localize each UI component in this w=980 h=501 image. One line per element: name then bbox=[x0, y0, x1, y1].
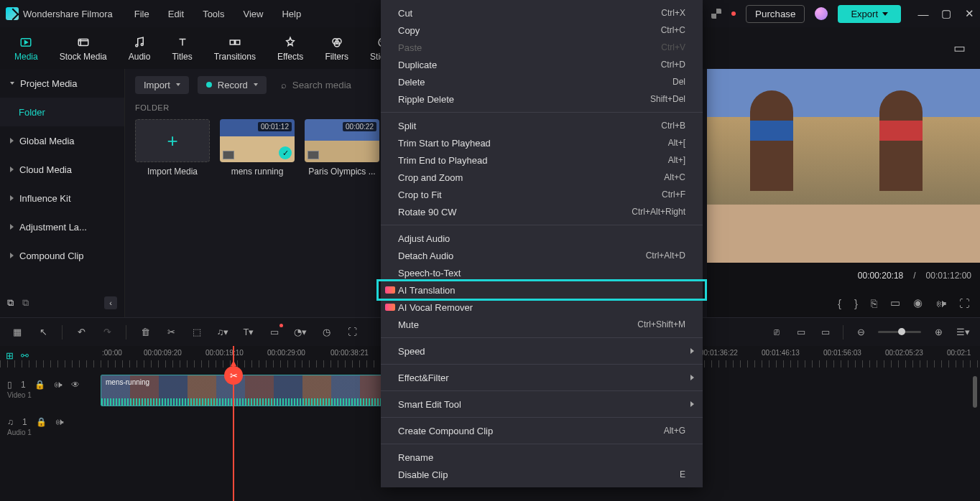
sidebar-item-cloud-media[interactable]: Cloud Media bbox=[0, 155, 124, 184]
avatar[interactable] bbox=[815, 7, 828, 20]
preview-viewport[interactable] bbox=[707, 69, 980, 263]
audio-track-icon[interactable]: ♫ bbox=[7, 417, 14, 427]
context-item-duplicate[interactable]: DuplicateCtrl+D bbox=[381, 56, 703, 73]
tab-titles[interactable]: Titles bbox=[172, 34, 192, 62]
marker-tool-icon[interactable]: ▭ bbox=[794, 325, 808, 340]
tab-audio[interactable]: Audio bbox=[129, 34, 151, 62]
menu-help[interactable]: Help bbox=[282, 9, 301, 19]
display-icon[interactable]: ▭ bbox=[890, 296, 900, 309]
sidebar-item-global-media[interactable]: Global Media bbox=[0, 126, 124, 155]
scrollbar[interactable] bbox=[973, 376, 977, 408]
speed-icon[interactable]: ◔▾ bbox=[293, 325, 308, 340]
split-icon[interactable]: ✂ bbox=[164, 325, 178, 340]
context-item-speed[interactable]: Speed bbox=[381, 342, 703, 360]
tab-effects[interactable]: Effects bbox=[277, 34, 303, 62]
video-track-icon[interactable]: ▯ bbox=[7, 380, 12, 390]
time-mark: 00:02:05:23 bbox=[885, 349, 923, 357]
close-button[interactable]: ✕ bbox=[964, 9, 974, 19]
context-item-detach-audio[interactable]: Detach AudioCtrl+Alt+D bbox=[381, 247, 703, 264]
layout-icon[interactable]: ☰▾ bbox=[956, 325, 970, 340]
context-item-adjust-audio[interactable]: Adjust Audio bbox=[381, 230, 703, 247]
media-clip-paris-olympics[interactable]: 00:00:22 Paris Olympics ... bbox=[305, 119, 379, 177]
menu-tools[interactable]: Tools bbox=[203, 9, 224, 19]
timer-icon[interactable]: ◷ bbox=[319, 325, 333, 340]
crop-icon[interactable]: ⬚ bbox=[190, 325, 204, 340]
tab-filters[interactable]: Filters bbox=[325, 34, 348, 62]
zoom-slider[interactable] bbox=[878, 331, 921, 333]
import-dropdown[interactable]: Import bbox=[135, 76, 189, 94]
record-dropdown[interactable]: Record bbox=[198, 76, 267, 94]
tab-stock-media[interactable]: Stock Media bbox=[60, 34, 107, 62]
marker-icon[interactable]: ⎘ bbox=[871, 297, 877, 309]
context-item-smart-edit-tool[interactable]: Smart Edit Tool bbox=[381, 395, 703, 413]
context-item-cut[interactable]: CutCtrl+X bbox=[381, 4, 703, 22]
context-item-speech-to-text[interactable]: Speech-to-Text bbox=[381, 264, 703, 281]
fullscreen-icon[interactable]: ⛶ bbox=[959, 297, 970, 309]
context-item-ai-vocal-remover[interactable]: AI Vocal Remover bbox=[381, 299, 703, 316]
export-label: Export bbox=[851, 9, 878, 19]
sidebar-item-folder[interactable]: Folder bbox=[0, 98, 124, 126]
visibility-icon[interactable]: 👁 bbox=[71, 380, 80, 390]
lock-icon[interactable]: 🔒 bbox=[34, 380, 45, 390]
redo-icon[interactable]: ↷ bbox=[100, 325, 114, 340]
purchase-button[interactable]: Purchase bbox=[746, 5, 805, 23]
context-item-delete[interactable]: DeleteDel bbox=[381, 73, 703, 90]
maximize-button[interactable]: ▢ bbox=[941, 9, 951, 19]
collapse-sidebar-button[interactable]: ‹ bbox=[104, 296, 117, 309]
menu-file[interactable]: File bbox=[134, 9, 149, 19]
context-item-trim-end-to-playhead[interactable]: Trim End to PlayheadAlt+] bbox=[381, 151, 703, 169]
lock-icon[interactable]: 🔒 bbox=[36, 417, 47, 427]
mixer-icon[interactable]: ⎚ bbox=[769, 325, 784, 340]
pointer-icon[interactable]: ↖ bbox=[36, 325, 50, 340]
export-button[interactable]: Export bbox=[838, 5, 901, 23]
undo-icon[interactable]: ↶ bbox=[74, 325, 88, 340]
context-item-disable-clip[interactable]: Disable ClipE bbox=[381, 466, 703, 483]
titles-icon bbox=[175, 34, 190, 50]
menu-view[interactable]: View bbox=[243, 9, 263, 19]
context-item-rotate-90-cw[interactable]: Rotate 90 CWCtrl+Alt+Right bbox=[381, 203, 703, 220]
snapshot-icon[interactable]: ◉ bbox=[913, 296, 923, 309]
context-item-crop-and-zoom[interactable]: Crop and ZoomAlt+C bbox=[381, 169, 703, 186]
bracket-open-icon[interactable]: { bbox=[838, 297, 841, 309]
context-item-ai-translation[interactable]: AI Translation bbox=[381, 281, 703, 299]
context-item-trim-start-to-playhead[interactable]: Trim Start to PlayheadAlt+[ bbox=[381, 134, 703, 151]
context-item-copy[interactable]: CopyCtrl+C bbox=[381, 22, 703, 39]
expand-icon[interactable]: ⛶ bbox=[345, 325, 359, 340]
context-item-rename[interactable]: Rename bbox=[381, 449, 703, 466]
sidebar-item-compound-clip[interactable]: Compound Clip bbox=[0, 241, 124, 270]
record-tool-icon[interactable]: ▭ bbox=[267, 325, 282, 340]
context-item-effect-filter[interactable]: Effect&Filter bbox=[381, 369, 703, 386]
sidebar-item-adjustment-layer[interactable]: Adjustment La... bbox=[0, 212, 124, 241]
tab-transitions[interactable]: Transitions bbox=[214, 34, 256, 62]
caption-icon[interactable]: ▭ bbox=[818, 325, 833, 340]
context-item-crop-to-fit[interactable]: Crop to FitCtrl+F bbox=[381, 186, 703, 203]
media-clip-mens-running[interactable]: 00:01:12 ✓ mens running bbox=[220, 119, 295, 177]
menu-edit[interactable]: Edit bbox=[168, 9, 184, 19]
guides-icon[interactable]: ▦ bbox=[10, 325, 24, 340]
playhead[interactable]: ✂ bbox=[233, 346, 234, 501]
sidebar-item-influence-kit[interactable]: Influence Kit bbox=[0, 184, 124, 212]
picture-icon[interactable]: ▭ bbox=[953, 40, 966, 56]
track-add-icon[interactable]: ⊞ bbox=[6, 350, 14, 361]
apps-icon[interactable] bbox=[711, 9, 721, 19]
context-item-create-compound-clip[interactable]: Create Compound ClipAlt+G bbox=[381, 422, 703, 439]
context-item-mute[interactable]: MuteCtrl+Shift+M bbox=[381, 316, 703, 333]
link-icon[interactable]: ⚯ bbox=[21, 350, 29, 361]
mute-icon[interactable]: 🕪 bbox=[55, 417, 64, 427]
zoom-in-icon[interactable]: ⊕ bbox=[931, 325, 946, 340]
context-item-ripple-delete[interactable]: Ripple DeleteShift+Del bbox=[381, 90, 703, 108]
new-bin-icon[interactable]: ⧉ bbox=[22, 297, 29, 309]
audio-tool-icon[interactable]: ♫▾ bbox=[216, 325, 230, 340]
sidebar-item-project-media[interactable]: Project Media bbox=[0, 69, 124, 98]
text-tool-icon[interactable]: T▾ bbox=[241, 325, 256, 340]
import-media-tile[interactable]: + Import Media bbox=[135, 119, 210, 177]
mute-icon[interactable]: 🕪 bbox=[54, 380, 63, 390]
context-item-split[interactable]: SplitCtrl+B bbox=[381, 117, 703, 134]
new-folder-icon[interactable]: ⧉ bbox=[7, 297, 14, 309]
bracket-close-icon[interactable]: } bbox=[854, 297, 858, 309]
volume-icon[interactable]: 🕪 bbox=[935, 297, 946, 309]
tab-media[interactable]: Media bbox=[14, 34, 38, 62]
minimize-button[interactable]: — bbox=[918, 9, 928, 19]
delete-icon[interactable]: 🗑 bbox=[138, 325, 152, 340]
zoom-out-icon[interactable]: ⊖ bbox=[854, 325, 868, 340]
